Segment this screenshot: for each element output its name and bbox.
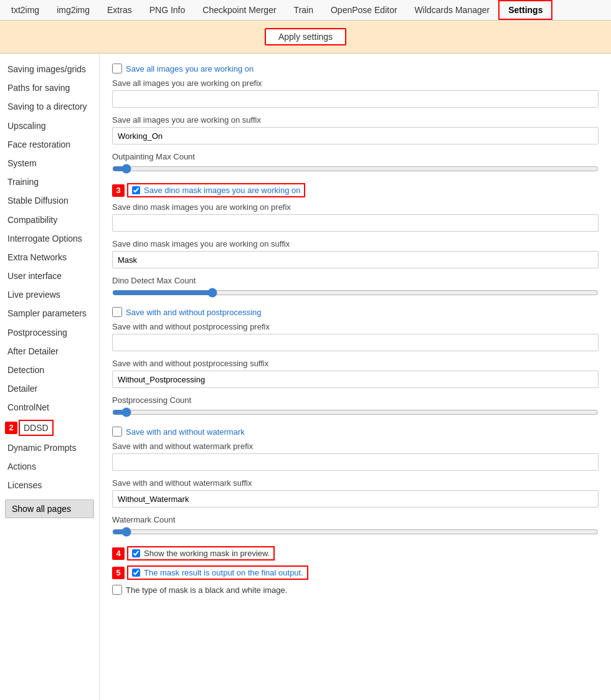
postprocessing-row: Save with and without postprocessing (112, 307, 599, 317)
outpainting-slider-container: Outpainting Max Count (112, 152, 599, 176)
mask-result-label: The mask result is output on the final o… (144, 568, 303, 577)
watermark-count-slider[interactable] (112, 527, 599, 537)
sidebar-item-actions[interactable]: Actions (0, 457, 99, 476)
sidebar-item-interrogate[interactable]: Interrogate Options (0, 229, 99, 248)
dino-detect-slider-label: Dino Detect Max Count (112, 276, 599, 285)
watermark-prefix-row: Save with and without watermark prefix (112, 442, 599, 471)
tab-png-info[interactable]: PNG Info (141, 1, 194, 19)
badge-5: 5 (112, 567, 125, 579)
dino-prefix-row: Save dino mask images you are working on… (112, 202, 599, 232)
sidebar-item-saving-images[interactable]: Saving images/grids (0, 60, 99, 78)
badge-2: 2 (5, 422, 17, 434)
watermark-prefix-label: Save with and without watermark prefix (112, 442, 599, 451)
watermark-checkbox[interactable] (112, 427, 122, 437)
postprocessing-label: Save with and without postprocessing (126, 308, 262, 317)
show-mask-preview-container: Show the working mask in preview. (127, 546, 275, 560)
sidebar-item-saving-to-dir[interactable]: Saving to a directory (0, 97, 99, 116)
dino-mask-row: 3 Save dino mask images you are working … (112, 183, 599, 197)
tab-settings[interactable]: Settings (498, 0, 552, 20)
sidebar-item-controlnet[interactable]: ControlNet (0, 398, 99, 417)
postprocessing-suffix-row: Save with and without postprocessing suf… (112, 359, 599, 388)
apply-settings-button[interactable]: Apply settings (265, 28, 346, 45)
watermark-count-slider-container: Watermark Count (112, 515, 599, 539)
prefix-label-1: Save all images you are working on prefi… (112, 78, 599, 88)
tab-checkpoint-merger[interactable]: Checkpoint Merger (194, 1, 285, 19)
sidebar-item-user-interface[interactable]: User interface (0, 267, 99, 285)
sidebar-item-compatibility[interactable]: Compatibility (0, 210, 99, 229)
bw-mask-checkbox[interactable] (112, 585, 122, 595)
show-mask-preview-row: 4 Show the working mask in preview. (112, 546, 599, 560)
bw-mask-row: The type of mask is a black and white im… (112, 585, 599, 595)
bw-mask-label: The type of mask is a black and white im… (126, 585, 287, 595)
postprocessing-suffix-input[interactable]: Without_Postprocessing (112, 371, 599, 388)
postprocessing-count-slider-label: Postprocessing Count (112, 395, 599, 405)
mask-result-container: The mask result is output on the final o… (127, 565, 308, 580)
sidebar-item-postprocessing[interactable]: Postprocessing (0, 323, 99, 342)
show-mask-preview-checkbox[interactable] (132, 549, 140, 557)
postprocessing-prefix-input[interactable] (112, 334, 599, 351)
outpainting-slider[interactable] (112, 164, 599, 174)
dino-suffix-input[interactable]: Mask (112, 251, 599, 268)
outpainting-slider-label: Outpainting Max Count (112, 152, 599, 161)
sidebar-item-ddsd[interactable]: DDSD (19, 420, 54, 436)
show-mask-preview-label: Show the working mask in preview. (144, 549, 270, 558)
dino-detect-slider[interactable] (112, 288, 599, 298)
badge-4: 4 (112, 547, 125, 560)
mask-result-checkbox[interactable] (132, 569, 140, 577)
sidebar: Saving images/grids Paths for saving Sav… (0, 54, 100, 700)
postprocessing-prefix-row: Save with and without postprocessing pre… (112, 322, 599, 351)
sidebar-item-detailer[interactable]: Detailer (0, 379, 99, 398)
tab-wildcards[interactable]: Wildcards Manager (406, 1, 499, 19)
sidebar-item-system[interactable]: System (0, 154, 99, 173)
sidebar-item-live-previews[interactable]: Live previews (0, 285, 99, 304)
tab-extras[interactable]: Extras (98, 1, 141, 19)
suffix-label-1: Save all images you are working on suffi… (112, 115, 599, 125)
postprocessing-suffix-label: Save with and without postprocessing suf… (112, 359, 599, 368)
tab-train[interactable]: Train (285, 1, 322, 19)
postprocessing-count-slider[interactable] (112, 407, 599, 417)
dino-detect-slider-container: Dino Detect Max Count (112, 276, 599, 300)
sidebar-item-stable-diffusion[interactable]: Stable Diffusion (0, 191, 99, 210)
watermark-prefix-input[interactable] (112, 453, 599, 471)
sidebar-item-paths-for-saving[interactable]: Paths for saving (0, 78, 99, 97)
dino-mask-checkbox[interactable] (132, 186, 140, 194)
badge-3: 3 (112, 184, 125, 197)
prefix-row-1: Save all images you are working on prefi… (112, 78, 599, 108)
dino-suffix-row: Save dino mask images you are working on… (112, 239, 599, 268)
dino-mask-label: Save dino mask images you are working on (144, 186, 300, 195)
save-all-images-row: Save all images you are working on (112, 64, 599, 73)
postprocessing-prefix-label: Save with and without postprocessing pre… (112, 322, 599, 331)
watermark-suffix-label: Save with and without watermark suffix (112, 478, 599, 488)
sidebar-item-licenses[interactable]: Licenses (0, 476, 99, 494)
sidebar-item-face-restoration[interactable]: Face restoration (0, 135, 99, 154)
main-layout: Saving images/grids Paths for saving Sav… (0, 54, 611, 700)
sidebar-item-after-detailer[interactable]: After Detailer (0, 342, 99, 361)
prefix-input-1[interactable] (112, 90, 599, 108)
dino-prefix-label: Save dino mask images you are working on… (112, 202, 599, 212)
sidebar-item-dynamic-prompts[interactable]: Dynamic Prompts (0, 438, 99, 457)
sidebar-item-sampler-params[interactable]: Sampler parameters (0, 304, 99, 323)
show-all-pages-button[interactable]: Show all pages (5, 499, 94, 518)
content-area: Save all images you are working on Save … (100, 54, 611, 700)
dino-prefix-input[interactable] (112, 214, 599, 232)
tab-img2img[interactable]: img2img (48, 1, 98, 19)
save-all-images-checkbox[interactable] (112, 64, 122, 73)
postprocessing-checkbox[interactable] (112, 307, 122, 317)
suffix-row-1: Save all images you are working on suffi… (112, 115, 599, 144)
watermark-suffix-input[interactable]: Without_Watermark (112, 490, 599, 508)
sidebar-item-upscaling[interactable]: Upscaling (0, 116, 99, 135)
sidebar-item-detection[interactable]: Detection (0, 361, 99, 379)
dino-suffix-label: Save dino mask images you are working on… (112, 239, 599, 248)
suffix-input-1[interactable]: Working_On (112, 127, 599, 144)
mask-result-row: 5 The mask result is output on the final… (112, 565, 599, 580)
sidebar-item-training[interactable]: Training (0, 173, 99, 191)
apply-banner: Apply settings (0, 21, 611, 54)
dino-mask-checkbox-container: Save dino mask images you are working on (127, 183, 305, 197)
postprocessing-count-slider-container: Postprocessing Count (112, 395, 599, 419)
tab-txt2img[interactable]: txt2img (2, 1, 48, 19)
nav-tabs: txt2img img2img Extras PNG Info Checkpoi… (0, 0, 611, 21)
watermark-count-slider-label: Watermark Count (112, 515, 599, 524)
save-all-images-label: Save all images you are working on (126, 64, 253, 73)
sidebar-item-extra-networks[interactable]: Extra Networks (0, 248, 99, 267)
tab-openpose[interactable]: OpenPose Editor (322, 1, 406, 19)
